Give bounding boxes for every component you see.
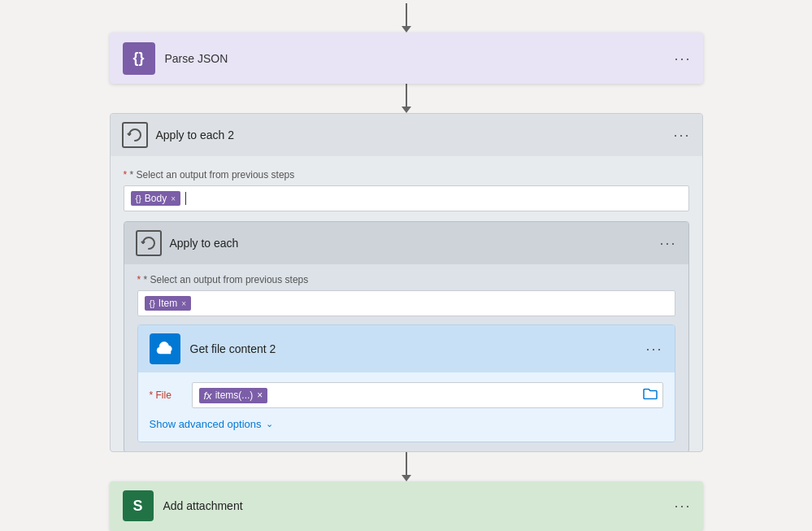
apply-each-2-body: * * Select an output from previous steps… (111, 156, 702, 452)
file-field-label: * File (150, 390, 182, 401)
file-field-row: * File fx items(...) × (150, 382, 663, 408)
apply-each-inner-icon (136, 230, 162, 256)
workflow-canvas: {} Parse JSON ··· Apply to each 2 ··· * … (0, 0, 812, 531)
file-token-label: items(...) (215, 390, 254, 401)
braces-icon: {} (132, 50, 144, 67)
show-advanced-options: Show advanced options ⌄ (150, 418, 663, 430)
apply-to-each-inner-header[interactable]: Apply to each ··· (124, 222, 688, 264)
apply-each-inner-input[interactable]: {} Item × (137, 290, 675, 316)
apply-to-each-inner-container: Apply to each ··· * * Select an output f… (124, 221, 689, 452)
apply-each-inner-body: * * Select an output from previous steps… (124, 264, 688, 452)
arrow-connector-1 (402, 3, 411, 33)
get-file-content-2-header[interactable]: Get file content 2 ··· (138, 325, 675, 372)
apply-to-each-2-title: Apply to each 2 (156, 128, 235, 141)
file-token-close[interactable]: × (257, 390, 263, 401)
apply-to-each-inner-title: Apply to each (170, 237, 239, 250)
loop-icon-inner-svg (141, 235, 157, 251)
apply-each-inner-menu-button[interactable]: ··· (659, 236, 676, 250)
show-advanced-button[interactable]: Show advanced options ⌄ (150, 418, 273, 430)
get-file-title: Get file content 2 (190, 342, 276, 355)
parse-json-card: {} Parse JSON ··· (110, 33, 703, 84)
show-advanced-label: Show advanced options (150, 418, 262, 430)
arrow-connector-3 (402, 452, 411, 481)
parse-json-icon: {} (123, 42, 155, 75)
item-token-close[interactable]: × (181, 299, 186, 308)
file-fx-token[interactable]: fx items(...) × (199, 388, 268, 403)
chevron-down-icon: ⌄ (266, 419, 273, 429)
loop-icon-svg (127, 127, 143, 143)
add-attachment-title: Add attachment (163, 499, 243, 512)
apply-each-2-icon (122, 122, 148, 148)
item-token[interactable]: {} Item × (145, 296, 192, 311)
arrow-connector-2 (402, 84, 411, 113)
add-attachment-menu-button[interactable]: ··· (674, 498, 691, 513)
item-token-icon: {} (150, 298, 155, 308)
file-folder-button[interactable] (643, 389, 658, 403)
item-token-label: Item (158, 298, 177, 309)
add-attachment-icon: S (123, 490, 154, 521)
apply-each-inner-field-label: * * Select an output from previous steps (137, 274, 675, 285)
apply-each-2-input[interactable]: {} Body × (124, 185, 689, 211)
body-token-label: Body (145, 193, 167, 204)
apply-to-each-2-container: Apply to each 2 ··· * * Select an output… (110, 113, 703, 452)
parse-json-title: Parse JSON (165, 52, 228, 65)
cursor (185, 192, 186, 205)
apply-to-each-2-header[interactable]: Apply to each 2 ··· (111, 114, 702, 156)
fx-label: fx (204, 390, 212, 402)
s-letter-icon: S (132, 498, 142, 515)
get-file-menu-button[interactable]: ··· (645, 342, 662, 356)
file-token-input[interactable]: fx items(...) × (192, 382, 663, 408)
body-token-icon: {} (136, 194, 141, 203)
apply-each-2-menu-button[interactable]: ··· (673, 128, 690, 142)
body-token[interactable]: {} Body × (131, 191, 181, 206)
apply-each-2-field-label: * * Select an output from previous steps (124, 169, 689, 181)
parse-json-menu-button[interactable]: ··· (674, 51, 691, 66)
folder-icon (643, 389, 658, 400)
get-file-body: * File fx items(...) × (138, 372, 675, 442)
get-file-content-2-card: Get file content 2 ··· * File fx items(.… (137, 324, 675, 442)
add-attachment-card: S Add attachment ··· (110, 481, 703, 531)
body-token-close[interactable]: × (171, 194, 176, 203)
cloud-svg-icon (155, 339, 175, 359)
get-file-icon (150, 333, 180, 364)
